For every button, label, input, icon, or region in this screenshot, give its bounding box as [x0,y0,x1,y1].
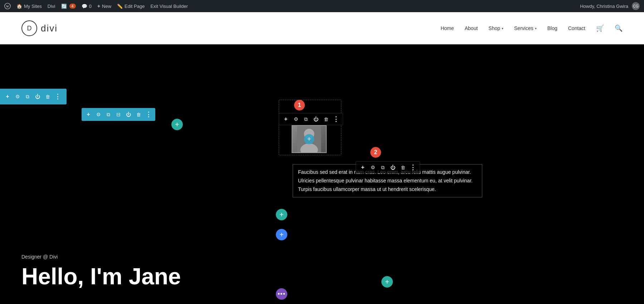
badge-2-label: 2 [374,149,377,156]
module1-add-icon[interactable] [282,115,290,123]
my-sites-label: My Sites [24,4,42,9]
site-nav: Home About Shop ▾ Services ▾ Blog Contac… [440,24,623,32]
module2-delete-icon[interactable] [399,163,407,171]
section-add-icon[interactable] [4,93,11,100]
comments-count: 0 [89,4,92,9]
user-avatar[interactable]: CG [632,2,640,10]
nav-contact-label: Contact [568,25,585,31]
module-toolbar-image [279,113,343,125]
nav-contact[interactable]: Contact [568,25,585,31]
section-delete-icon[interactable] [44,93,52,100]
module1-more-icon[interactable] [332,115,340,123]
image-module[interactable]: + [292,125,327,153]
more-options-button[interactable]: ••• [276,288,287,300]
nav-services[interactable]: Services ▾ [514,25,537,31]
exit-builder-label: Exit Visual Builder [150,4,188,9]
comments-icon: 💬 [82,4,87,9]
cart-icon[interactable]: 🛒 [596,24,604,32]
designer-label: Designer @ Divi [21,254,623,260]
section-toolbar [0,89,67,104]
nav-blog[interactable]: Blog [547,25,557,31]
badge-2: 2 [370,147,381,158]
divi-label: Divi [48,4,55,9]
section-copy-icon[interactable] [24,93,31,100]
module2-settings-icon[interactable] [369,163,377,171]
plus-icon: + [97,3,100,9]
nav-shop[interactable]: Shop ▾ [488,25,503,31]
wp-logo[interactable]: W [4,3,11,9]
image-module-add[interactable]: + [304,134,314,144]
module1-settings-icon[interactable] [292,115,300,123]
chevron-down-icon: ▾ [502,26,503,30]
admin-bar-right: Howdy, Christina Gwira CG [580,2,640,10]
new-menu[interactable]: + New [97,3,111,9]
module-toolbar-text [356,161,420,173]
divi-menu[interactable]: Divi [48,4,55,9]
module2-add-icon[interactable] [359,163,367,171]
updates-icon: 🔄 [61,4,67,9]
module1-delete-icon[interactable] [322,115,330,123]
nav-services-label: Services [514,25,533,31]
add-column-button[interactable]: + [171,119,183,130]
site-logo[interactable]: D divi [21,20,58,36]
module2-more-icon[interactable] [409,163,417,171]
search-icon[interactable]: 🔍 [615,24,623,32]
nav-shop-label: Shop [488,25,500,31]
section-more-icon[interactable] [54,93,62,100]
site-header: D divi Home About Shop ▾ Services ▾ Blog… [0,12,644,44]
col-copy-icon[interactable] [104,111,112,118]
nav-home-label: Home [440,25,454,31]
module1-copy-icon[interactable] [302,115,310,123]
column-toolbar [82,108,155,121]
col-cols-icon[interactable] [114,111,122,118]
module1-disable-icon[interactable] [312,115,320,123]
logo-text: divi [41,23,58,34]
col-disable-icon[interactable] [125,111,132,118]
add-section-button-3[interactable]: + [381,276,393,288]
add-section-button-2[interactable]: + [276,229,287,240]
svg-text:W: W [6,5,9,8]
col-delete-icon[interactable] [135,111,142,118]
nav-blog-label: Blog [547,25,557,31]
updates-badge: 4 [69,4,76,9]
add-section-button-1[interactable]: + [276,209,287,220]
col-more-icon[interactable] [145,111,152,118]
new-label: New [102,4,111,9]
pencil-icon: ✏️ [117,4,123,9]
badge-1-label: 1 [298,102,301,108]
logo-letter: D [27,25,32,32]
section-settings-icon[interactable] [14,93,21,100]
nav-home[interactable]: Home [440,25,454,31]
canvas: + 1 + 2 [0,44,644,304]
col-settings-icon[interactable] [94,111,102,118]
edit-page-button[interactable]: ✏️ Edit Page [117,4,145,9]
section-disable-icon[interactable] [34,93,42,100]
house-icon: 🏠 [16,4,22,9]
bottom-hero-section: Designer @ Divi Hello, I'm Jane [0,240,644,304]
edit-page-label: Edit Page [125,4,145,9]
comments-menu[interactable]: 💬 0 [82,4,92,9]
updates-menu[interactable]: 🔄 4 [61,4,76,9]
exit-builder-button[interactable]: Exit Visual Builder [150,4,188,9]
chevron-down-icon: ▾ [535,26,537,30]
col-add-icon[interactable] [84,111,92,118]
logo-circle: D [21,20,37,36]
nav-about-label: About [465,25,478,31]
module2-copy-icon[interactable] [379,163,387,171]
module2-disable-icon[interactable] [389,163,397,171]
nav-about[interactable]: About [465,25,478,31]
hello-heading: Hello, I'm Jane [21,263,623,290]
admin-bar: W 🏠 My Sites Divi 🔄 4 💬 0 + New ✏️ Edit … [0,0,644,12]
my-sites-menu[interactable]: 🏠 My Sites [16,4,42,9]
badge-1: 1 [294,100,305,111]
howdy-text: Howdy, Christina Gwira [580,4,628,9]
